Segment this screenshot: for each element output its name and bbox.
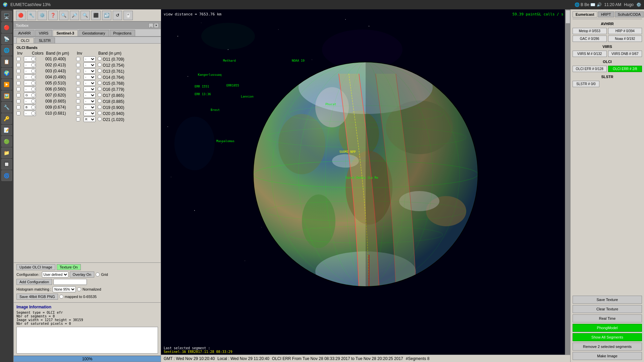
band-004-radio[interactable] xyxy=(31,75,35,79)
band-o14-color-select[interactable]: - xyxy=(84,74,96,80)
band-007-radio[interactable] xyxy=(31,93,35,97)
band-o19-color-select[interactable]: - xyxy=(84,105,96,110)
toolbar-undo[interactable]: ↩️ xyxy=(102,11,111,20)
tab-geostationary[interactable]: Geostationary xyxy=(78,30,109,36)
taskbar-icon-4[interactable]: 🌐 xyxy=(1,45,12,56)
band-008-radio[interactable] xyxy=(31,99,35,103)
real-time-btn[interactable]: Real Time xyxy=(573,314,642,322)
taskbar-icon-3[interactable]: 📡 xyxy=(1,34,12,44)
band-o19-radio[interactable] xyxy=(98,105,102,109)
tab-eumetcast[interactable]: Eumetcast xyxy=(573,11,597,17)
taskbar-icon-12[interactable]: 🟢 xyxy=(1,136,12,147)
band-004-inv-check[interactable] xyxy=(16,75,20,79)
taskbar-icon-11[interactable]: 📝 xyxy=(1,125,12,135)
band-006-inv-check[interactable] xyxy=(16,87,20,91)
band-o21-radio[interactable] xyxy=(98,117,102,121)
toolbar-cursor[interactable]: 🖱️ xyxy=(123,11,133,20)
band-o18-inv-check[interactable] xyxy=(76,99,80,103)
mapped-radio[interactable] xyxy=(59,295,63,299)
band-o18-radio[interactable] xyxy=(98,99,102,103)
taskbar-icon-7[interactable]: ▶️ xyxy=(1,79,12,90)
normalized-radio[interactable] xyxy=(77,287,81,291)
phong-model-btn[interactable]: PhongModel xyxy=(573,324,642,332)
add-config-input[interactable] xyxy=(53,279,87,285)
band-o15-inv-check[interactable] xyxy=(76,81,80,85)
band-001-radio[interactable] xyxy=(31,57,35,61)
grid-radio[interactable] xyxy=(96,273,100,277)
band-006-radio[interactable] xyxy=(31,87,35,91)
add-config-btn[interactable]: Add Configuration xyxy=(16,279,52,285)
band-003-radio[interactable] xyxy=(31,69,35,73)
toolbar-zoom-minus[interactable]: 🔍 xyxy=(59,11,68,20)
counter-hrp[interactable]: HRP # 0/394 xyxy=(608,28,642,34)
band-008-inv-check[interactable] xyxy=(16,99,20,103)
band-o16-inv-check[interactable] xyxy=(76,87,80,91)
band-o11-color-select[interactable]: - xyxy=(84,56,96,62)
save-png-btn[interactable]: Save 48bit RGB PNG xyxy=(16,294,58,300)
toolbar-zoom-1[interactable]: 🔎 xyxy=(70,11,79,20)
band-o12-radio[interactable] xyxy=(98,63,102,67)
save-texture-btn[interactable]: Save Texture xyxy=(573,296,642,304)
band-o16-radio[interactable] xyxy=(98,87,102,91)
band-009-inv-check[interactable] xyxy=(16,105,20,109)
band-003-inv-check[interactable] xyxy=(16,69,20,73)
band-o20-radio[interactable] xyxy=(98,111,102,115)
histogram-select[interactable]: None 95% xyxy=(53,286,76,292)
band-001-inv-check[interactable] xyxy=(16,57,20,61)
band-002-inv-check[interactable] xyxy=(16,63,20,67)
band-o18-color-select[interactable]: - xyxy=(84,99,96,104)
band-002-radio[interactable] xyxy=(31,63,35,67)
band-o17-inv-check[interactable] xyxy=(76,93,80,97)
subtab-olci[interactable]: OLCI xyxy=(16,38,34,43)
tab-scihub[interactable]: Scihub/CODA xyxy=(615,11,644,17)
toolbar-zoom-plus[interactable]: 🔍 xyxy=(80,11,90,20)
overlay-btn[interactable]: Overlay On xyxy=(70,272,95,278)
toolbox-minimize[interactable]: _ xyxy=(149,23,153,28)
band-o21-inv-check[interactable] xyxy=(76,117,80,121)
band-o20-inv-check[interactable] xyxy=(76,111,80,115)
tab-avhrr[interactable]: AVHRR xyxy=(14,30,35,36)
counter-olci-err[interactable]: OLCI ERR # 2/8 xyxy=(608,66,642,72)
globe-svg[interactable] xyxy=(252,60,480,288)
texture-on-btn[interactable]: Texture On xyxy=(57,264,81,270)
globe-view[interactable]: view distance = 7653.76 km 59.39 paintGL… xyxy=(161,9,570,362)
taskbar-icon-5[interactable]: 📋 xyxy=(1,56,12,67)
toolbar-gear[interactable]: 🔧 xyxy=(27,11,36,20)
band-010-inv-check[interactable] xyxy=(16,111,20,115)
band-o21-color-select[interactable]: R- xyxy=(84,117,96,122)
toolbar-redo[interactable]: ↺ xyxy=(113,11,122,20)
band-o13-radio[interactable] xyxy=(98,69,102,73)
band-o12-color-select[interactable]: - xyxy=(84,62,96,68)
band-o14-inv-check[interactable] xyxy=(76,75,80,79)
counter-olci-efr[interactable]: OLCI EFR # 0/128 xyxy=(573,66,607,72)
taskbar-icon-14[interactable]: 🔲 xyxy=(1,159,12,170)
band-o16-color-select[interactable]: - xyxy=(84,86,96,92)
band-o11-inv-check[interactable] xyxy=(76,57,80,61)
tab-sentinel3[interactable]: Sentinel-3 xyxy=(53,30,78,36)
band-005-inv-check[interactable] xyxy=(16,81,20,85)
band-o19-inv-check[interactable] xyxy=(76,105,80,109)
taskbar-icon-1[interactable]: 🖥️ xyxy=(1,11,12,21)
band-o13-inv-check[interactable] xyxy=(76,69,80,73)
band-o12-inv-check[interactable] xyxy=(76,63,80,67)
counter-slstr[interactable]: SLSTR # 0/0 xyxy=(573,81,599,87)
taskbar-icon-6[interactable]: 🌍 xyxy=(1,68,12,78)
taskbar-icon-13[interactable]: 📁 xyxy=(1,147,12,158)
update-olci-btn[interactable]: Update OLCI Image xyxy=(16,264,55,270)
band-o13-color-select[interactable]: - xyxy=(84,68,96,74)
taskbar-icon-2[interactable]: 🔴 xyxy=(1,22,12,33)
taskbar-icon-9[interactable]: 🔧 xyxy=(1,102,12,113)
band-o17-radio[interactable] xyxy=(98,93,102,97)
band-009-radio[interactable] xyxy=(31,105,35,109)
make-image-btn[interactable]: Make Image xyxy=(573,352,642,360)
config-select[interactable]: User defined xyxy=(42,272,68,278)
tab-projections[interactable]: Projections xyxy=(110,30,135,36)
counter-viirs-m[interactable]: VIIRS M # 0/132 xyxy=(573,51,607,57)
taskbar-icon-15[interactable]: 🌀 xyxy=(1,170,12,181)
band-o14-radio[interactable] xyxy=(98,75,102,79)
counter-viirs-dnb[interactable]: VIIRS DNB # 0/67 xyxy=(608,51,642,57)
globe-scrollbar[interactable] xyxy=(565,9,570,355)
power-icon[interactable]: ⚙️ xyxy=(636,2,641,7)
tab-hrpt[interactable]: HRPT xyxy=(598,11,614,17)
subtab-slstr[interactable]: SLSTR xyxy=(35,38,55,43)
